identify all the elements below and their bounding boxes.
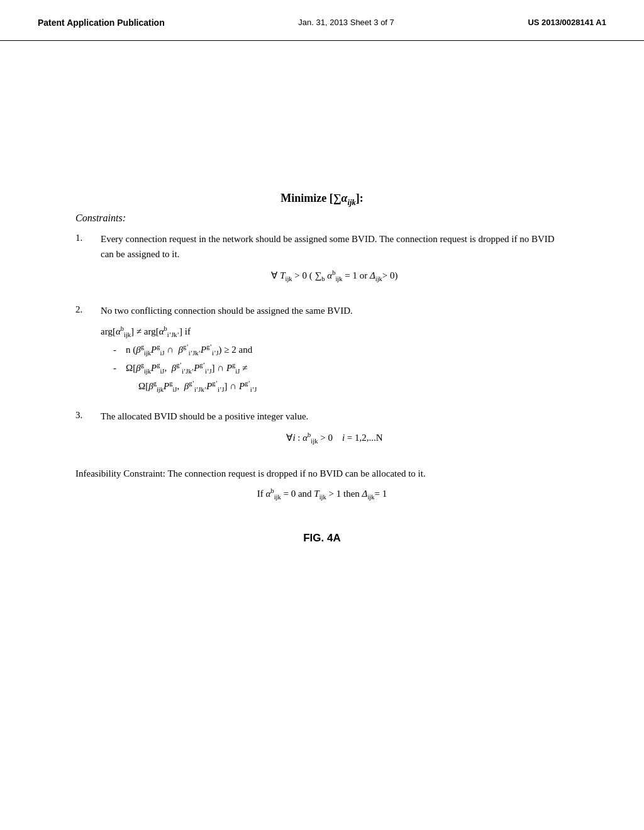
formula-2d: Ω[βgijkPgiJ, βg’i’Jk’Pg’i’J] ∩ Pg’i’J [138, 378, 569, 396]
minimize-text: Minimize [∑αijk]: [280, 192, 364, 204]
infeasibility-constraint: Infeasibility Constraint: The connection… [75, 466, 569, 481]
fig-label: FIG. 4A [75, 532, 569, 545]
infeasibility-label: Infeasibility Constraint: [75, 468, 167, 479]
constraint-item-3: 3. The allocated BVID should be a positi… [75, 409, 569, 453]
constraint-text-3: The allocated BVID should be a positive … [101, 409, 569, 453]
constraints-heading: Constraints: [75, 213, 569, 224]
header-publication: Patent Application Publication [38, 18, 165, 28]
constraint-1-formula: ∀ Tijk > 0 ( ∑b αbijk = 1 or Δijk> 0) [101, 268, 569, 285]
formula-2b: - n (βgijkPgiJ ∩ βg’i’Jk’Pg’i’J) ≥ 2 and [113, 341, 569, 360]
constraint-item-1: 1. Every connection request in the netwo… [75, 231, 569, 291]
constraint-number-3: 3. [75, 409, 91, 421]
constraints-list: 1. Every connection request in the netwo… [75, 231, 569, 453]
constraint-text-2: No two conflicting connection should be … [101, 303, 569, 396]
infeasibility-desc: The connection request is dropped if no … [167, 468, 425, 479]
constraint-2-formulas: arg[αbijk] ≠ arg[αbi’Jk’] if - n (βgijkP… [101, 323, 569, 396]
top-spacer [0, 41, 644, 154]
header-date-sheet: Jan. 31, 2013 Sheet 3 of 7 [298, 18, 394, 27]
infeasibility-formula: If αbijk = 0 and Tijk > 1 then Δijk= 1 [75, 487, 569, 501]
main-content: Minimize [∑αijk]: Constraints: 1. Every … [0, 154, 644, 582]
constraint-3-formula: ∀i : αbijk > 0 i = 1,2,...N [101, 430, 569, 447]
constraint-number-2: 2. [75, 303, 91, 315]
minimize-heading: Minimize [∑αijk]: [75, 192, 569, 208]
constraint-number-1: 1. [75, 231, 91, 243]
formula-2c: - Ω[βgijkPgiJ, βg’i’Jk’Pg’i’J] ∩ PgiJ ≠ [113, 360, 569, 378]
page-container: Patent Application Publication Jan. 31, … [0, 0, 644, 830]
header-patent-number: US 2013/0028141 A1 [528, 18, 606, 27]
formula-2a: arg[αbijk] ≠ arg[αbi’Jk’] if [101, 323, 569, 341]
page-header: Patent Application Publication Jan. 31, … [0, 0, 644, 41]
constraint-text-1: Every connection request in the network … [101, 231, 569, 291]
constraint-item-2: 2. No two conflicting connection should … [75, 303, 569, 396]
